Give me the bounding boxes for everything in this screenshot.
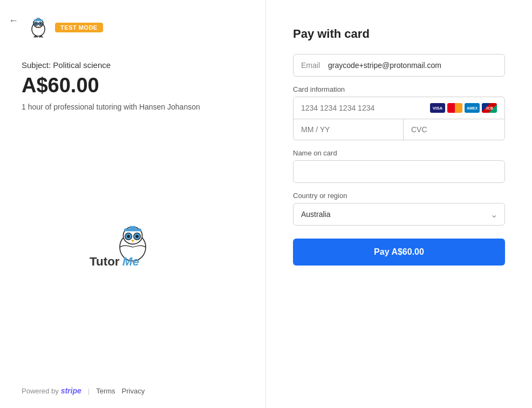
country-group: Country or region Australia United State… bbox=[293, 192, 505, 226]
powered-by-text: Powered by bbox=[22, 387, 59, 395]
card-cvc-wrap bbox=[404, 119, 505, 140]
card-number-row: VISA AMEX JCB bbox=[294, 97, 504, 119]
email-value: graycode+stripe@protonmail.com bbox=[328, 61, 441, 70]
terms-link[interactable]: Terms bbox=[96, 387, 115, 395]
email-field-display[interactable]: Email graycode+stripe@protonmail.com bbox=[293, 54, 505, 77]
description-text: 1 hour of professional tutoring with Han… bbox=[22, 103, 244, 111]
svg-text:Tutor: Tutor bbox=[90, 255, 120, 267]
back-button[interactable]: ← bbox=[9, 15, 18, 26]
svg-point-21 bbox=[127, 235, 130, 238]
card-icons: VISA AMEX JCB bbox=[430, 103, 497, 113]
card-cvc-input[interactable] bbox=[411, 119, 505, 140]
card-number-input[interactable] bbox=[301, 104, 430, 112]
svg-rect-2 bbox=[34, 19, 43, 21]
privacy-link[interactable]: Privacy bbox=[122, 387, 145, 395]
name-group: Name on card bbox=[293, 149, 505, 183]
svg-rect-3 bbox=[37, 18, 40, 19]
expiry-cvc-row bbox=[294, 119, 504, 140]
svg-point-22 bbox=[135, 235, 139, 238]
brand-header: TEST MODE bbox=[22, 16, 244, 39]
left-panel: ← bbox=[0, 0, 266, 408]
svg-text:Me: Me bbox=[122, 255, 139, 267]
svg-point-7 bbox=[40, 23, 42, 25]
name-label: Name on card bbox=[293, 149, 505, 157]
brand-logo bbox=[27, 16, 50, 39]
email-field-label: Email bbox=[301, 61, 322, 70]
footer-divider: | bbox=[88, 387, 90, 395]
test-mode-badge: TEST MODE bbox=[55, 23, 103, 32]
tutorme-logo-area: Tutor Me bbox=[22, 133, 244, 392]
pay-title: Pay with card bbox=[293, 27, 505, 41]
mastercard-icon bbox=[447, 103, 462, 113]
powered-by-section: Powered by stripe bbox=[22, 386, 81, 395]
card-expiry-input[interactable] bbox=[294, 119, 404, 140]
stripe-logo-text: stripe bbox=[61, 386, 81, 395]
jcb-icon: JCB bbox=[482, 103, 497, 113]
email-group: Email graycode+stripe@protonmail.com bbox=[293, 54, 505, 77]
svg-rect-18 bbox=[129, 226, 135, 229]
right-panel: Pay with card Email graycode+stripe@prot… bbox=[266, 0, 532, 408]
amex-icon: AMEX bbox=[465, 103, 480, 113]
visa-icon: VISA bbox=[430, 103, 445, 113]
svg-point-6 bbox=[36, 23, 37, 25]
country-select-wrap: Australia United States United Kingdom C… bbox=[293, 203, 505, 226]
country-select[interactable]: Australia United States United Kingdom C… bbox=[293, 203, 505, 226]
subject-label: Subject: Political science bbox=[22, 60, 244, 70]
tutorme-full-logo: Tutor Me bbox=[90, 223, 176, 269]
price-display: A$60.00 bbox=[22, 74, 244, 97]
country-label: Country or region bbox=[293, 192, 505, 200]
name-input[interactable] bbox=[293, 160, 505, 183]
footer: Powered by stripe | Terms Privacy bbox=[22, 386, 145, 395]
card-info-box: VISA AMEX JCB bbox=[293, 97, 505, 140]
card-info-group: Card information VISA AMEX JCB bbox=[293, 85, 505, 140]
pay-button[interactable]: Pay A$60.00 bbox=[293, 239, 505, 266]
card-info-label: Card information bbox=[293, 85, 505, 93]
